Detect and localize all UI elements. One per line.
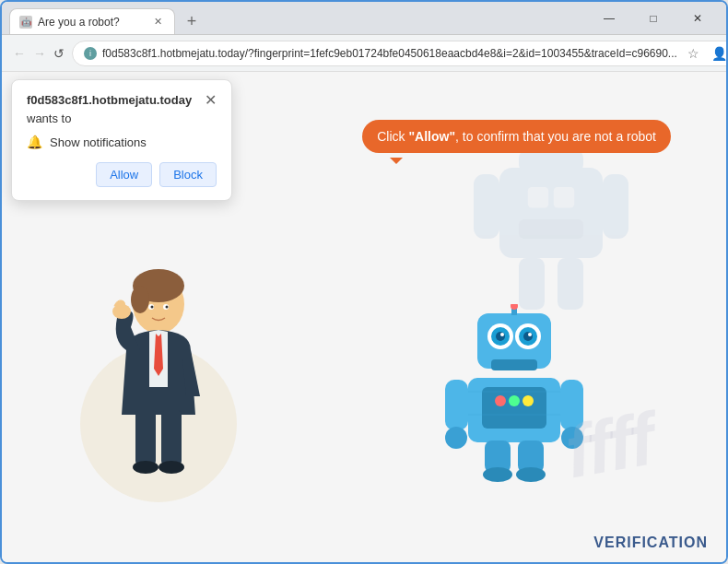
browser-window: 🤖 Are you a robot? ✕ + — □ ✕ ← → ↺ i f0d…	[0, 0, 728, 564]
svg-rect-8	[519, 258, 545, 310]
svg-point-37	[495, 395, 506, 406]
forward-button[interactable]: →	[33, 41, 46, 66]
url-security-icon: i	[84, 47, 97, 60]
svg-point-29	[523, 332, 533, 341]
svg-rect-6	[474, 174, 499, 239]
svg-rect-5	[519, 219, 583, 239]
block-button[interactable]: Block	[159, 162, 217, 187]
svg-point-42	[445, 427, 467, 449]
bookmark-button[interactable]: ☆	[683, 42, 705, 65]
permission-popup: f0d583c8f1.hotbmejatu.today ✕ wants to 🔔…	[11, 79, 232, 201]
tab-favicon: 🤖	[19, 16, 32, 29]
tab-close-button[interactable]: ✕	[150, 15, 165, 29]
svg-point-39	[523, 395, 534, 406]
svg-rect-9	[558, 258, 583, 310]
svg-rect-3	[528, 187, 548, 207]
svg-rect-0	[499, 168, 603, 258]
svg-point-47	[516, 467, 546, 482]
svg-rect-15	[135, 410, 156, 465]
popup-header: f0d583c8f1.hotbmejatu.today ✕	[27, 93, 217, 108]
svg-rect-36	[482, 387, 546, 429]
reload-button[interactable]: ↺	[53, 41, 65, 66]
svg-rect-7	[603, 174, 628, 239]
speech-bubble: Click "Allow", to confirm that you are n…	[362, 120, 671, 153]
bell-icon: 🔔	[27, 135, 42, 149]
svg-point-31	[528, 333, 532, 336]
svg-rect-16	[161, 410, 182, 465]
popup-notification: 🔔 Show notifications	[27, 135, 217, 149]
human-figure	[76, 249, 241, 507]
svg-point-17	[133, 461, 159, 474]
svg-point-21	[151, 306, 154, 309]
new-tab-button[interactable]: +	[179, 8, 205, 34]
svg-rect-41	[560, 380, 583, 430]
svg-rect-34	[491, 359, 537, 370]
notification-label: Show notifications	[50, 135, 147, 149]
tab-title: Are you a robot?	[38, 16, 145, 29]
svg-point-28	[496, 332, 505, 341]
page-content: Click "Allow", to confirm that you are n…	[2, 72, 726, 562]
svg-point-18	[159, 461, 184, 474]
svg-rect-40	[445, 380, 468, 430]
url-text: f0d583c8f1.hotbmejatu.today/?fingerprint…	[102, 47, 677, 60]
svg-point-13	[131, 286, 149, 313]
maximize-button[interactable]: □	[632, 4, 675, 33]
tab-area: 🤖 Are you a robot? ✕ +	[9, 2, 584, 34]
window-controls: — □ ✕	[588, 4, 719, 33]
svg-point-43	[561, 427, 583, 449]
svg-point-46	[483, 467, 512, 482]
popup-buttons: Allow Block	[27, 162, 217, 187]
back-button[interactable]: ←	[13, 41, 26, 66]
url-bar[interactable]: i f0d583c8f1.hotbmejatu.today/?fingerpri…	[72, 41, 728, 66]
profile-button[interactable]: 👤	[709, 42, 728, 65]
svg-rect-4	[554, 187, 574, 207]
svg-point-38	[509, 395, 520, 406]
title-bar: 🤖 Are you a robot? ✕ + — □ ✕	[2, 2, 726, 35]
popup-wants-text: wants to	[27, 112, 217, 125]
url-actions: ☆ 👤 ⋮	[683, 42, 728, 65]
active-tab[interactable]: 🤖 Are you a robot? ✕	[9, 8, 175, 34]
svg-point-30	[500, 333, 504, 336]
verification-text: VERIFICATION	[593, 535, 708, 551]
popup-close-button[interactable]: ✕	[205, 93, 217, 108]
svg-point-22	[166, 306, 169, 309]
speech-text-suffix: , to confirm that you are not a robot	[455, 129, 656, 144]
allow-button[interactable]: Allow	[96, 162, 152, 187]
speech-text-prefix: Click	[377, 129, 408, 144]
popup-domain: f0d583c8f1.hotbmejatu.today	[27, 93, 192, 107]
address-bar: ← → ↺ i f0d583c8f1.hotbmejatu.today/?fin…	[2, 35, 726, 72]
robot-figure	[440, 304, 588, 488]
minimize-button[interactable]: —	[588, 4, 630, 33]
speech-text-bold: "Allow"	[408, 129, 455, 144]
close-button[interactable]: ✕	[676, 4, 719, 33]
